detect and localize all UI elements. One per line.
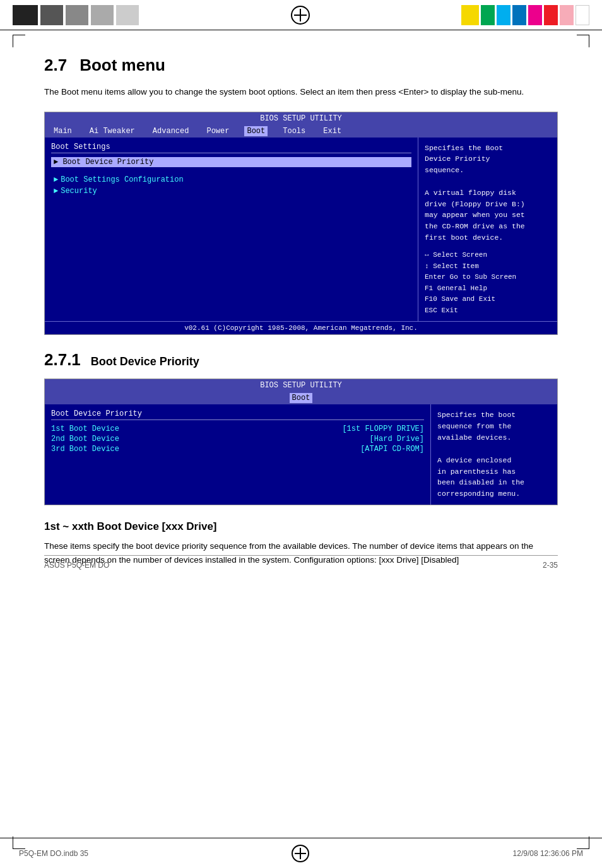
bios-right-desc-271: Specifies the bootsequence from theavail… <box>437 409 551 500</box>
bios-label-2nd: 2nd Boot Device <box>51 435 119 443</box>
bios-screenshot-main: BIOS SETUP UTILITY Main Ai Tweaker Advan… <box>44 112 558 336</box>
bios-item-boot-settings-config[interactable]: ►Boot Settings Configuration <box>51 175 411 185</box>
block-mid-gray <box>66 5 88 25</box>
color-block-cyan <box>497 5 511 25</box>
bios-screenshot-271: BIOS SETUP UTILITY Boot Boot Device Prio… <box>44 378 558 505</box>
key-hint-f10: F10 Save and Exit <box>425 294 551 305</box>
key-hint-f1: F1 General Help <box>425 283 551 295</box>
footer-product-name: ASUS P5Q-EM DO <box>44 561 109 570</box>
bios-key-hints: ↔ Select Screen ↕ Select Item Enter Go t… <box>425 250 551 317</box>
bios-right-panel: Specifies the BootDevice Prioritysequenc… <box>418 138 557 322</box>
bios-header-main: BIOS SETUP UTILITY <box>45 112 557 125</box>
bios-nav-power: Power <box>204 126 232 136</box>
color-block-magenta <box>528 5 542 25</box>
top-decorative-bar <box>0 0 602 30</box>
bios-left-panel-271: Boot Device Priority 1st Boot Device [1s… <box>45 404 431 505</box>
bios-nav-ai-tweaker: Ai Tweaker <box>87 126 138 136</box>
bottom-bar: P5Q-EM DO.indb 35 12/9/08 12:36:06 PM <box>0 838 602 868</box>
bios-nav-exit: Exit <box>321 126 344 136</box>
bios-row-2nd-boot: 2nd Boot Device [Hard Drive] <box>51 434 424 444</box>
bios-nav-271: Boot <box>45 392 557 404</box>
bios-row-3rd-boot: 3rd Boot Device [ATAPI CD-ROM] <box>51 444 424 454</box>
bios-label-1st: 1st Boot Device <box>51 425 119 433</box>
bottom-bar-left: P5Q-EM DO.indb 35 <box>19 849 88 858</box>
bios-section-label: Boot Settings <box>51 143 411 153</box>
page-content: 2.7 Boot menu The Boot menu items allow … <box>0 30 602 604</box>
bottom-bar-right: 12/9/08 12:36:06 PM <box>513 849 583 858</box>
bios-value-2nd: [Hard Drive] <box>370 435 424 443</box>
top-bar-left-blocks <box>13 5 139 25</box>
bios-nav-boot-271: Boot <box>290 393 313 403</box>
section-number: 2.7 <box>44 56 67 75</box>
color-block-white <box>575 5 589 25</box>
bios-row-1st-boot: 1st Boot Device [1st FLOPPY DRIVE] <box>51 424 424 434</box>
bottom-crosshair-icon <box>292 845 309 862</box>
bios-right-panel-271: Specifies the bootsequence from theavail… <box>431 404 557 505</box>
subsection-title: Boot Device Priority <box>91 355 199 368</box>
bios-value-1st: [1st FLOPPY DRIVE] <box>342 425 424 433</box>
section-heading-27: 2.7 Boot menu <box>44 56 558 75</box>
item-heading-1st-xxth: 1st ~ xxth Boot Device [xxx Drive] <box>44 520 558 533</box>
key-hint-updown: ↕ Select Item <box>425 261 551 273</box>
top-bar-center <box>151 6 449 25</box>
section-intro: The Boot menu items allow you to change … <box>44 85 558 99</box>
section-title: Boot menu <box>80 56 165 75</box>
color-block-yellow <box>461 5 479 25</box>
block-dark-gray <box>40 5 63 25</box>
bios-nav-main: Main Ai Tweaker Advanced Power Boot Tool… <box>45 125 557 138</box>
bios-value-3rd: [ATAPI CD-ROM] <box>360 445 424 454</box>
subsection-heading-271: 2.7.1 Boot Device Priority <box>44 350 558 370</box>
color-block-green <box>481 5 495 25</box>
block-black <box>13 5 38 25</box>
color-block-red <box>544 5 558 25</box>
bios-left-panel: Boot Settings ► Boot Device Priority ►Bo… <box>45 138 418 322</box>
color-block-blue <box>512 5 526 25</box>
top-bar-right-colors <box>461 5 589 25</box>
bios-right-desc: Specifies the BootDevice Prioritysequenc… <box>425 143 551 243</box>
page-footer: ASUS P5Q-EM DO 2-35 <box>44 555 558 570</box>
bottom-bar-center <box>292 845 309 862</box>
bios-item-security[interactable]: ►Security <box>51 186 411 196</box>
block-light-gray <box>91 5 114 25</box>
block-pale-gray <box>116 5 139 25</box>
key-hint-esc: ESC Exit <box>425 305 551 317</box>
bios-nav-tools: Tools <box>280 126 308 136</box>
bios-footer-main: v02.61 (C)Copyright 1985-2008, American … <box>45 321 557 334</box>
bios-item-boot-device-priority[interactable]: ► Boot Device Priority <box>51 157 411 167</box>
key-hint-leftright: ↔ Select Screen <box>425 250 551 261</box>
color-block-pink <box>560 5 574 25</box>
crosshair-icon <box>291 6 310 25</box>
bios-header-271: BIOS SETUP UTILITY <box>45 379 557 392</box>
bios-nav-boot[interactable]: Boot <box>244 126 268 136</box>
bios-body-271: Boot Device Priority 1st Boot Device [1s… <box>45 404 557 505</box>
bios-nav-main: Main <box>51 126 74 136</box>
bios-label-3rd: 3rd Boot Device <box>51 445 119 454</box>
subsection-number: 2.7.1 <box>44 350 81 370</box>
key-hint-enter: Enter Go to Sub Screen <box>425 272 551 283</box>
bios-section-label-271: Boot Device Priority <box>51 409 424 420</box>
bios-nav-advanced: Advanced <box>150 126 192 136</box>
footer-page-number: 2-35 <box>543 561 558 570</box>
bios-body-main: Boot Settings ► Boot Device Priority ►Bo… <box>45 138 557 322</box>
